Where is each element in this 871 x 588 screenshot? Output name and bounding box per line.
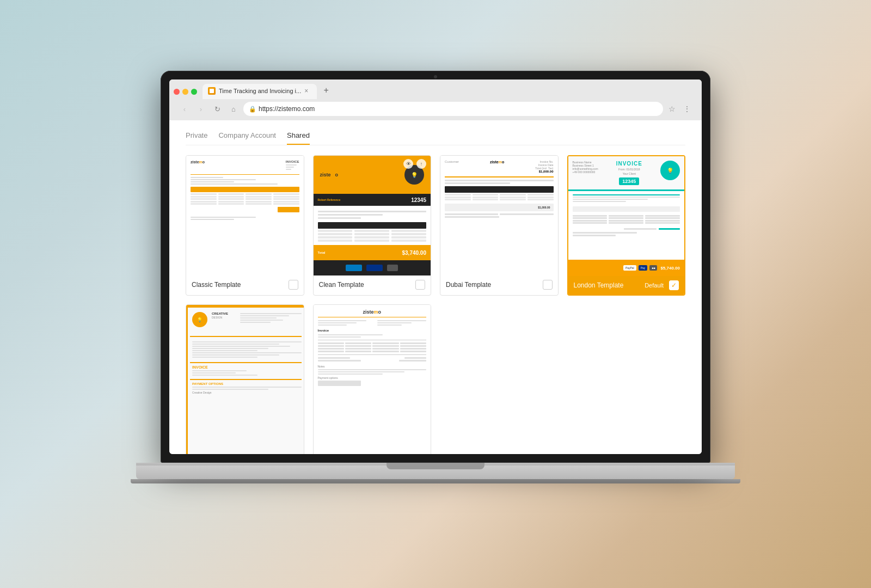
url-text: https://zistemo.com [259,105,658,113]
template-select-classic[interactable] [289,280,298,290]
tab-shared[interactable]: Shared [287,131,310,145]
laptop-base [136,463,735,479]
template-card-clean[interactable]: 👁 ↑ zistemo 💡 Robert Reference 12345 [313,155,432,296]
active-tab[interactable]: Time Tracking and Invoicing i... × [203,84,317,99]
laptop-feet [131,479,740,483]
template-label-dubai: Dubai Template [446,281,491,289]
home-button[interactable]: ⌂ [227,102,240,115]
template-select-clean[interactable] [415,280,425,290]
nav-tabs: Private Company Account Shared [186,131,685,145]
tab-close-button[interactable]: × [304,87,308,95]
tab-favicon [208,87,216,95]
template-footer-london: London Template Default ✓ [568,276,685,295]
template-preview-orange: 💡 CREATIVE DESIGN [186,305,304,454]
classic-logo: zistemo [191,160,205,164]
maximize-traffic-light[interactable] [191,89,197,95]
template-preview-dubai: Customer zistemo Invoice No. Invoice Dat… [440,156,558,275]
browser-chrome: Time Tracking and Invoicing i... × + ‹ ›… [169,79,702,120]
template-preview-london: Business Name Business Street 1 info@som… [568,156,685,276]
address-bar[interactable]: 🔒 https://zistemo.com [243,102,663,116]
forward-button[interactable]: › [194,102,207,115]
page-content: Private Company Account Shared zistemo [169,120,702,454]
secure-icon: 🔒 [249,106,256,113]
tab-title: Time Tracking and Invoicing i... [219,88,301,94]
menu-icon[interactable]: ⋮ [681,105,693,113]
template-footer-dubai: Dubai Template [440,275,558,294]
screen-bezel: Time Tracking and Invoicing i... × + ‹ ›… [161,71,710,463]
template-preview-plain: zistemo [314,305,431,454]
close-traffic-light[interactable] [174,89,180,95]
template-label-clean: Clean Template [319,281,364,289]
template-card-plain[interactable]: zistemo [313,304,432,454]
browser-window: Time Tracking and Invoicing i... × + ‹ ›… [169,79,702,454]
laptop-notch [387,463,484,469]
template-preview-clean: 👁 ↑ zistemo 💡 Robert Reference 12345 [314,156,431,275]
template-label-classic: Classic Template [192,281,241,289]
clean-action-icons: 👁 ↑ [403,159,426,169]
template-preview-classic: zistemo INVOICE [186,156,304,275]
template-card-dubai[interactable]: Customer zistemo Invoice No. Invoice Dat… [440,155,559,296]
template-footer-clean: Clean Template [314,275,431,294]
template-select-dubai[interactable] [543,280,553,290]
laptop: Time Tracking and Invoicing i... × + ‹ ›… [150,71,721,517]
template-select-london[interactable]: ✓ [669,280,679,290]
eye-icon: 👁 [403,159,413,169]
templates-grid: zistemo INVOICE [186,155,685,454]
tab-private[interactable]: Private [186,131,207,145]
refresh-button[interactable]: ↻ [211,102,224,115]
template-footer-classic: Classic Template [186,275,304,294]
london-creative-icon: 💡 [660,161,680,180]
back-button[interactable]: ‹ [178,102,191,115]
template-label-london: London Template [574,281,624,289]
template-card-classic[interactable]: zistemo INVOICE [186,155,304,296]
traffic-lights [174,89,197,99]
camera [434,75,437,78]
tab-bar: Time Tracking and Invoicing i... × + [174,84,697,99]
template-card-london[interactable]: Business Name Business Street 1 info@som… [567,155,686,296]
new-tab-button[interactable]: + [319,85,333,99]
minimize-traffic-light[interactable] [182,89,188,95]
bookmark-icon[interactable]: ☆ [666,105,678,113]
template-card-orange[interactable]: 💡 CREATIVE DESIGN [186,304,304,454]
tab-company[interactable]: Company Account [218,131,276,145]
default-badge: Default [645,282,664,289]
share-icon: ↑ [416,159,426,169]
address-bar-row: ‹ › ↻ ⌂ 🔒 https://zistemo.com ☆ ⋮ [174,99,697,120]
